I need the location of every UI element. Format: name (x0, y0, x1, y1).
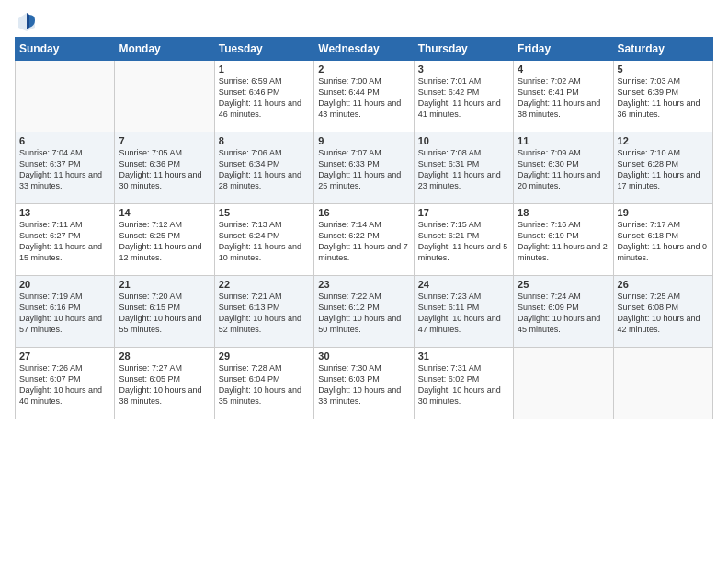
calendar-cell: 1Sunrise: 6:59 AMSunset: 6:46 PMDaylight… (214, 61, 313, 132)
calendar-week-row: 20Sunrise: 7:19 AMSunset: 6:16 PMDayligh… (16, 276, 713, 348)
day-info: Sunrise: 7:13 AMSunset: 6:24 PMDaylight:… (219, 219, 310, 264)
calendar-week-row: 1Sunrise: 6:59 AMSunset: 6:46 PMDaylight… (16, 61, 713, 132)
day-info: Sunrise: 7:12 AMSunset: 6:25 PMDaylight:… (119, 219, 210, 264)
day-info: Sunrise: 7:23 AMSunset: 6:11 PMDaylight:… (418, 291, 509, 336)
day-info: Sunrise: 7:02 AMSunset: 6:41 PMDaylight:… (518, 75, 609, 121)
calendar-cell: 18Sunrise: 7:16 AMSunset: 6:19 PMDayligh… (514, 204, 613, 276)
day-number: 31 (418, 350, 509, 362)
calendar-cell: 26Sunrise: 7:25 AMSunset: 6:08 PMDayligh… (613, 276, 712, 348)
calendar-cell (514, 348, 613, 419)
weekday-header: Saturday (613, 38, 712, 61)
day-info: Sunrise: 7:14 AMSunset: 6:22 PMDaylight:… (318, 219, 409, 264)
day-info: Sunrise: 7:26 AMSunset: 6:07 PMDaylight:… (19, 362, 110, 408)
day-info: Sunrise: 6:59 AMSunset: 6:46 PMDaylight:… (219, 75, 310, 121)
calendar-cell (115, 61, 214, 132)
weekday-header: Friday (514, 38, 613, 61)
calendar-cell: 17Sunrise: 7:15 AMSunset: 6:21 PMDayligh… (414, 204, 513, 276)
calendar-cell: 20Sunrise: 7:19 AMSunset: 6:16 PMDayligh… (16, 276, 115, 348)
day-info: Sunrise: 7:24 AMSunset: 6:09 PMDaylight:… (518, 291, 609, 336)
calendar-cell: 4Sunrise: 7:02 AMSunset: 6:41 PMDaylight… (514, 61, 613, 132)
calendar-cell: 15Sunrise: 7:13 AMSunset: 6:24 PMDayligh… (214, 204, 313, 276)
calendar-cell: 24Sunrise: 7:23 AMSunset: 6:11 PMDayligh… (414, 276, 513, 348)
day-number: 26 (618, 279, 709, 290)
day-info: Sunrise: 7:25 AMSunset: 6:08 PMDaylight:… (618, 291, 709, 336)
day-number: 23 (318, 279, 409, 290)
header (15, 11, 713, 31)
logo (15, 11, 37, 31)
day-info: Sunrise: 7:10 AMSunset: 6:28 PMDaylight:… (618, 147, 709, 192)
calendar-cell: 8Sunrise: 7:06 AMSunset: 6:34 PMDaylight… (214, 132, 313, 204)
day-number: 3 (418, 63, 509, 75)
calendar-page: SundayMondayTuesdayWednesdayThursdayFrid… (0, 0, 728, 429)
weekday-header: Sunday (16, 38, 115, 61)
day-number: 27 (19, 350, 110, 362)
day-number: 30 (318, 350, 409, 362)
weekday-header: Monday (115, 38, 214, 61)
day-number: 2 (318, 63, 409, 75)
day-number: 24 (418, 279, 509, 290)
calendar-cell: 29Sunrise: 7:28 AMSunset: 6:04 PMDayligh… (214, 348, 313, 419)
calendar-week-row: 27Sunrise: 7:26 AMSunset: 6:07 PMDayligh… (16, 348, 713, 419)
day-info: Sunrise: 7:01 AMSunset: 6:42 PMDaylight:… (418, 75, 509, 121)
logo-icon (17, 11, 37, 31)
calendar-cell: 12Sunrise: 7:10 AMSunset: 6:28 PMDayligh… (613, 132, 712, 204)
day-number: 4 (518, 63, 609, 75)
day-info: Sunrise: 7:17 AMSunset: 6:18 PMDaylight:… (618, 219, 709, 264)
day-info: Sunrise: 7:21 AMSunset: 6:13 PMDaylight:… (219, 291, 310, 336)
calendar-cell: 31Sunrise: 7:31 AMSunset: 6:02 PMDayligh… (414, 348, 513, 419)
calendar-cell: 6Sunrise: 7:04 AMSunset: 6:37 PMDaylight… (16, 132, 115, 204)
calendar-cell: 28Sunrise: 7:27 AMSunset: 6:05 PMDayligh… (115, 348, 214, 419)
calendar-cell (16, 61, 115, 132)
calendar-cell: 7Sunrise: 7:05 AMSunset: 6:36 PMDaylight… (115, 132, 214, 204)
day-number: 15 (219, 207, 310, 218)
calendar-cell: 27Sunrise: 7:26 AMSunset: 6:07 PMDayligh… (16, 348, 115, 419)
day-number: 9 (318, 135, 409, 146)
day-info: Sunrise: 7:19 AMSunset: 6:16 PMDaylight:… (19, 291, 110, 336)
calendar-week-row: 13Sunrise: 7:11 AMSunset: 6:27 PMDayligh… (16, 204, 713, 276)
day-info: Sunrise: 7:22 AMSunset: 6:12 PMDaylight:… (318, 291, 409, 336)
calendar-cell: 13Sunrise: 7:11 AMSunset: 6:27 PMDayligh… (16, 204, 115, 276)
calendar-cell: 5Sunrise: 7:03 AMSunset: 6:39 PMDaylight… (613, 61, 712, 132)
weekday-header: Thursday (414, 38, 513, 61)
day-info: Sunrise: 7:04 AMSunset: 6:37 PMDaylight:… (19, 147, 110, 192)
day-number: 1 (219, 63, 310, 75)
calendar-cell (613, 348, 712, 419)
day-number: 17 (418, 207, 509, 218)
day-number: 5 (618, 63, 709, 75)
day-number: 8 (219, 135, 310, 146)
calendar-cell: 11Sunrise: 7:09 AMSunset: 6:30 PMDayligh… (514, 132, 613, 204)
calendar-cell: 3Sunrise: 7:01 AMSunset: 6:42 PMDaylight… (414, 61, 513, 132)
day-number: 19 (618, 207, 709, 218)
calendar-table: SundayMondayTuesdayWednesdayThursdayFrid… (15, 37, 713, 419)
calendar-cell: 9Sunrise: 7:07 AMSunset: 6:33 PMDaylight… (314, 132, 414, 204)
calendar-cell: 14Sunrise: 7:12 AMSunset: 6:25 PMDayligh… (115, 204, 214, 276)
day-info: Sunrise: 7:06 AMSunset: 6:34 PMDaylight:… (219, 147, 310, 192)
day-number: 6 (19, 135, 110, 146)
calendar-cell: 21Sunrise: 7:20 AMSunset: 6:15 PMDayligh… (115, 276, 214, 348)
day-number: 18 (518, 207, 609, 218)
calendar-cell: 30Sunrise: 7:30 AMSunset: 6:03 PMDayligh… (314, 348, 414, 419)
day-info: Sunrise: 7:30 AMSunset: 6:03 PMDaylight:… (318, 362, 409, 408)
day-info: Sunrise: 7:08 AMSunset: 6:31 PMDaylight:… (418, 147, 509, 192)
calendar-cell: 22Sunrise: 7:21 AMSunset: 6:13 PMDayligh… (214, 276, 313, 348)
day-info: Sunrise: 7:05 AMSunset: 6:36 PMDaylight:… (119, 147, 210, 192)
day-number: 13 (19, 207, 110, 218)
day-info: Sunrise: 7:00 AMSunset: 6:44 PMDaylight:… (318, 75, 409, 121)
calendar-cell: 25Sunrise: 7:24 AMSunset: 6:09 PMDayligh… (514, 276, 613, 348)
day-number: 25 (518, 279, 609, 290)
day-info: Sunrise: 7:11 AMSunset: 6:27 PMDaylight:… (19, 219, 110, 264)
day-info: Sunrise: 7:31 AMSunset: 6:02 PMDaylight:… (418, 362, 509, 408)
day-info: Sunrise: 7:09 AMSunset: 6:30 PMDaylight:… (518, 147, 609, 192)
calendar-cell: 16Sunrise: 7:14 AMSunset: 6:22 PMDayligh… (314, 204, 414, 276)
day-info: Sunrise: 7:03 AMSunset: 6:39 PMDaylight:… (618, 75, 709, 121)
day-info: Sunrise: 7:15 AMSunset: 6:21 PMDaylight:… (418, 219, 509, 264)
day-number: 10 (418, 135, 509, 146)
weekday-header: Wednesday (314, 38, 414, 61)
calendar-week-row: 6Sunrise: 7:04 AMSunset: 6:37 PMDaylight… (16, 132, 713, 204)
day-number: 7 (119, 135, 210, 146)
day-number: 16 (318, 207, 409, 218)
day-number: 22 (219, 279, 310, 290)
day-info: Sunrise: 7:20 AMSunset: 6:15 PMDaylight:… (119, 291, 210, 336)
day-number: 14 (119, 207, 210, 218)
calendar-cell: 10Sunrise: 7:08 AMSunset: 6:31 PMDayligh… (414, 132, 513, 204)
